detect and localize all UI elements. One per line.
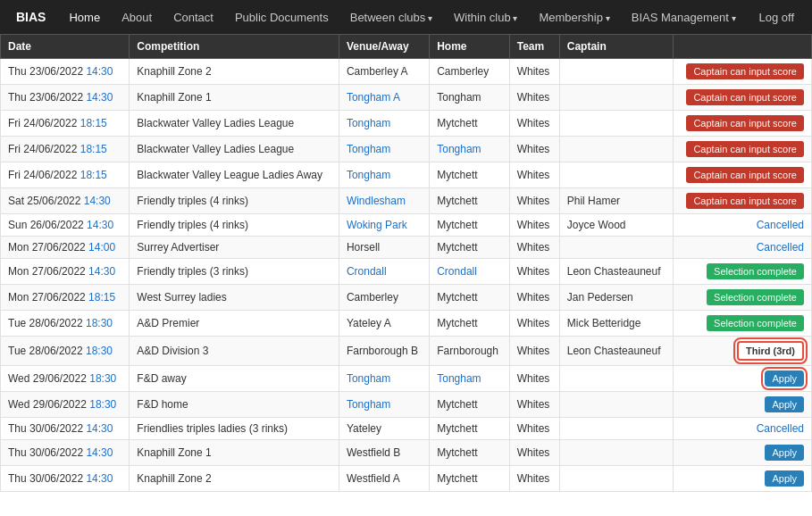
cell-home: Mytchett bbox=[430, 418, 509, 440]
venue-link[interactable]: Tongham bbox=[347, 117, 390, 129]
cell-venue: Westfield A bbox=[339, 466, 429, 492]
venue-link[interactable]: Tongham bbox=[347, 169, 390, 181]
fixtures-table-container: Date Competition Venue/Away Home Team Ca… bbox=[0, 34, 812, 492]
time-value: 18:30 bbox=[86, 317, 113, 329]
cell-date: Thu 30/06/2022 14:30 bbox=[1, 440, 130, 466]
cell-competition: Friendly triples (4 rinks) bbox=[130, 188, 339, 214]
cell-action: Apply bbox=[673, 466, 811, 492]
cancelled-label: Cancelled bbox=[757, 241, 804, 254]
cell-home: Mytchett bbox=[430, 214, 509, 237]
date-value: Sun 26/06/2022 bbox=[8, 219, 84, 231]
cell-captain bbox=[559, 366, 673, 392]
cell-date: Thu 30/06/2022 14:30 bbox=[1, 466, 130, 492]
table-row: Wed 29/06/2022 18:30F&D awayTonghamTongh… bbox=[1, 366, 812, 392]
nav-membership[interactable]: Membership bbox=[528, 2, 620, 33]
cell-competition: A&D Premier bbox=[130, 311, 339, 337]
nav-public-documents[interactable]: Public Documents bbox=[224, 2, 339, 33]
apply-button[interactable]: Apply bbox=[765, 470, 804, 487]
venue-link[interactable]: Woking Park bbox=[347, 219, 407, 231]
apply-circled-button[interactable]: Apply bbox=[765, 370, 804, 387]
home-link[interactable]: Crondall bbox=[437, 265, 477, 278]
cell-action: Selection complete bbox=[673, 311, 811, 337]
cell-home: Mytchett bbox=[430, 311, 509, 337]
col-competition: Competition bbox=[130, 35, 339, 59]
cell-team: Whites bbox=[509, 188, 559, 214]
apply-button[interactable]: Apply bbox=[765, 445, 804, 461]
cell-team: Whites bbox=[509, 237, 559, 259]
venue-link[interactable]: Tongham bbox=[347, 372, 390, 385]
venue-link[interactable]: Tongham bbox=[347, 398, 390, 411]
cell-action: Apply bbox=[673, 440, 811, 466]
cell-captain: Joyce Wood bbox=[559, 214, 673, 237]
captain-score-button[interactable]: Captain can input score bbox=[686, 141, 804, 157]
time-value: 18:15 bbox=[88, 291, 115, 304]
cell-home: Farnborough bbox=[430, 337, 509, 366]
selection-complete-button[interactable]: Selection complete bbox=[707, 263, 804, 279]
date-value: Wed 29/06/2022 bbox=[8, 398, 87, 411]
cell-date: Thu 23/06/2022 14:30 bbox=[1, 59, 130, 85]
date-value: Mon 27/06/2022 bbox=[8, 241, 86, 254]
cell-competition: Blackwater Valley Ladies League bbox=[130, 111, 339, 137]
table-row: Wed 29/06/2022 18:30F&D homeTonghamMytch… bbox=[1, 392, 812, 418]
cell-action: Selection complete bbox=[673, 285, 811, 311]
cell-team: Whites bbox=[509, 162, 559, 188]
time-value: 18:15 bbox=[80, 143, 107, 155]
selection-complete-button[interactable]: Selection complete bbox=[707, 315, 804, 331]
venue-link[interactable]: Windlesham bbox=[347, 195, 406, 207]
cell-action: Cancelled bbox=[673, 214, 811, 237]
date-value: Tue 28/06/2022 bbox=[8, 317, 83, 329]
home-link[interactable]: Tongham bbox=[437, 143, 481, 155]
cell-venue: Camberley A bbox=[339, 59, 429, 85]
cell-action: Captain can input score bbox=[673, 162, 811, 188]
cell-venue: Tongham bbox=[339, 137, 429, 162]
captain-score-button[interactable]: Captain can input score bbox=[686, 167, 804, 183]
home-link[interactable]: Tongham bbox=[437, 372, 481, 385]
time-value: 14:30 bbox=[86, 65, 113, 78]
cell-captain bbox=[559, 111, 673, 137]
cell-venue: Tongham bbox=[339, 366, 429, 392]
nav-home[interactable]: Home bbox=[58, 2, 111, 33]
cell-home: Tongham bbox=[430, 366, 509, 392]
cell-team: Whites bbox=[509, 366, 559, 392]
cell-home: Mytchett bbox=[430, 162, 509, 188]
cell-date: Sun 26/06/2022 14:30 bbox=[1, 214, 130, 237]
nav-bias-management[interactable]: BIAS Management bbox=[621, 2, 747, 33]
cell-date: Sat 25/06/2022 14:30 bbox=[1, 188, 130, 214]
date-value: Thu 30/06/2022 bbox=[8, 446, 83, 459]
cell-venue: Westfield B bbox=[339, 440, 429, 466]
cell-team: Whites bbox=[509, 311, 559, 337]
nav-between-clubs[interactable]: Between clubs bbox=[339, 2, 443, 33]
selection-complete-button[interactable]: Selection complete bbox=[707, 289, 804, 305]
captain-score-button[interactable]: Captain can input score bbox=[686, 193, 804, 209]
nav-log-off[interactable]: Log off bbox=[748, 2, 805, 33]
nav-contact[interactable]: Contact bbox=[163, 2, 224, 33]
nav-about[interactable]: About bbox=[111, 2, 163, 33]
cell-date: Mon 27/06/2022 14:30 bbox=[1, 259, 130, 285]
apply-button[interactable]: Apply bbox=[765, 396, 804, 412]
navbar: BIAS Home About Contact Public Documents… bbox=[0, 0, 812, 34]
venue-link[interactable]: Tongham bbox=[347, 143, 390, 155]
date-value: Tue 28/06/2022 bbox=[8, 345, 83, 357]
time-value: 14:30 bbox=[86, 422, 113, 435]
captain-score-button[interactable]: Captain can input score bbox=[686, 63, 804, 79]
cell-captain: Phil Hamer bbox=[559, 188, 673, 214]
cell-date: Mon 27/06/2022 14:00 bbox=[1, 237, 130, 259]
date-value: Thu 30/06/2022 bbox=[8, 422, 83, 435]
venue-link[interactable]: Crondall bbox=[347, 265, 387, 278]
captain-score-button[interactable]: Captain can input score bbox=[686, 115, 804, 131]
cell-captain: Jan Pedersen bbox=[559, 285, 673, 311]
cell-team: Whites bbox=[509, 392, 559, 418]
col-team: Team bbox=[509, 35, 559, 59]
cell-action: Captain can input score bbox=[673, 111, 811, 137]
cell-home: Mytchett bbox=[430, 111, 509, 137]
third-button[interactable]: Third (3rd) bbox=[737, 341, 804, 361]
cell-captain bbox=[559, 392, 673, 418]
table-row: Thu 30/06/2022 14:30Knaphill Zone 1Westf… bbox=[1, 440, 812, 466]
time-value: 18:30 bbox=[89, 372, 116, 385]
captain-score-button[interactable]: Captain can input score bbox=[686, 89, 804, 105]
cell-action: Apply bbox=[673, 392, 811, 418]
venue-link[interactable]: Tongham A bbox=[347, 91, 400, 104]
cell-captain bbox=[559, 59, 673, 85]
nav-within-club[interactable]: Within club bbox=[443, 2, 528, 33]
cell-team: Whites bbox=[509, 85, 559, 111]
